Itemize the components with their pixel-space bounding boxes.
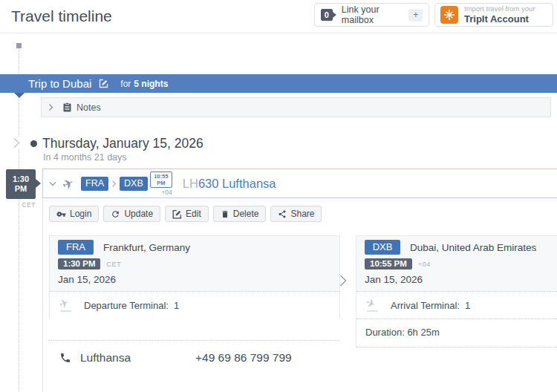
airline-contact-row: Lufthansa +49 69 86 799 799	[49, 346, 340, 370]
flight-segment-header[interactable]: ✈ FRA DXB 10:55 PM +04 LH630 Lufthansa	[42, 169, 557, 198]
arrival-time-badge: 10:55 PM	[150, 172, 172, 188]
login-button[interactable]: Login	[49, 206, 99, 222]
departure-terminal-value: 1	[174, 300, 179, 311]
arrival-timezone: +04	[418, 261, 431, 268]
trip-bar-pointer	[14, 93, 25, 98]
destination-code-badge: DXB	[120, 177, 148, 191]
chevron-right-icon	[48, 103, 53, 111]
arrival-terminal-label: Arrival Terminal:	[391, 300, 460, 311]
airline-name: Lufthansa	[80, 351, 195, 365]
flight-actions: Login Update Edit Delete Share	[49, 206, 322, 222]
arrival-time-badge-detail: 10:55 PM	[365, 258, 412, 270]
departure-plane-icon: ✈	[58, 298, 76, 312]
notes-icon	[63, 102, 71, 112]
flight-icon: ✈	[59, 174, 76, 192]
tripit-title: TripIt Account	[464, 13, 535, 25]
link-mailbox-label: Link your mailbox	[342, 4, 409, 25]
mailbox-count-badge: 0	[321, 9, 333, 21]
refresh-icon	[111, 209, 120, 219]
edit-trip-icon[interactable]	[99, 79, 108, 88]
timeline-line	[19, 48, 19, 392]
share-icon	[278, 209, 287, 219]
arrival-city: Dubai, United Arab Emirates	[410, 242, 536, 253]
trip-for-text: for	[120, 79, 131, 89]
share-button[interactable]: Share	[270, 206, 322, 222]
departure-date: Jan 15, 2026	[58, 274, 331, 285]
origin-code-badge: FRA	[81, 177, 108, 191]
departure-timezone: CET	[106, 261, 121, 268]
flight-segment-body: Login Update Edit Delete Share	[42, 198, 557, 392]
flight-time-marker: 1:30 PM	[6, 169, 36, 199]
segment-direction-chevron-icon	[339, 274, 348, 287]
day-countdown: In 4 months 21 days	[43, 152, 127, 163]
departure-panel: FRA Frankfurt, Germany 1:30 PM CET Jan 1…	[49, 235, 340, 318]
trip-title: Trip to Dubai	[28, 77, 91, 90]
notes-label: Notes	[76, 102, 101, 113]
arrival-airport-badge: DXB	[365, 240, 400, 255]
route-chevron-icon	[111, 180, 117, 188]
update-button[interactable]: Update	[103, 206, 160, 222]
page-title: Travel timeline	[11, 7, 112, 25]
flight-duration: Duration: 6h 25m	[356, 318, 557, 347]
departure-time-badge: 1:30 PM	[58, 258, 100, 270]
contact-separator	[49, 340, 340, 341]
travel-timeline-page: Travel timeline 0 Link your mailbox + Im…	[0, 0, 557, 392]
flight-marker-timezone: CET	[6, 201, 36, 209]
day-bullet	[30, 140, 37, 147]
header-divider	[0, 33, 557, 33]
trip-header-bar[interactable]: Trip to Dubai for 5 nights	[0, 74, 557, 93]
tripit-subtitle: Import travel from your	[464, 4, 535, 13]
link-mailbox-button[interactable]: 0 Link your mailbox +	[314, 3, 429, 27]
flight-title-link[interactable]: LH630 Lufthansa	[183, 177, 276, 191]
notes-row[interactable]: Notes	[41, 97, 551, 117]
arrival-date: Jan 15, 2026	[365, 274, 557, 285]
add-mailbox-button[interactable]: +	[408, 9, 423, 22]
airline-phone[interactable]: +49 69 86 799 799	[195, 351, 292, 365]
departure-city: Frankfurt, Germany	[103, 242, 190, 253]
phone-icon	[59, 352, 71, 364]
import-tripit-button[interactable]: Import travel from your TripIt Account	[434, 3, 553, 27]
day-chevron-icon	[13, 137, 21, 148]
arrival-utc-offset: +04	[161, 189, 172, 196]
chevron-down-icon[interactable]	[49, 181, 56, 186]
edit-button[interactable]: Edit	[165, 206, 209, 222]
edit-icon	[172, 209, 182, 219]
trash-icon	[221, 209, 229, 219]
departure-terminal-label: Departure Terminal:	[84, 300, 169, 311]
arrival-terminal-value: 1	[465, 300, 470, 311]
arrival-panel: DXB Dubai, United Arab Emirates 10:55 PM…	[356, 235, 557, 347]
tripit-logo-icon	[440, 6, 458, 24]
trip-nights: 5 nights	[134, 79, 168, 89]
day-date: Thursday, January 15, 2026	[42, 136, 203, 151]
timeline-start-marker	[16, 43, 22, 48]
key-icon	[56, 209, 66, 219]
delete-button[interactable]: Delete	[213, 206, 267, 222]
arrival-plane-icon: ✈	[365, 298, 382, 312]
flight-marker-pointer	[36, 179, 41, 188]
departure-airport-badge: FRA	[58, 240, 94, 255]
